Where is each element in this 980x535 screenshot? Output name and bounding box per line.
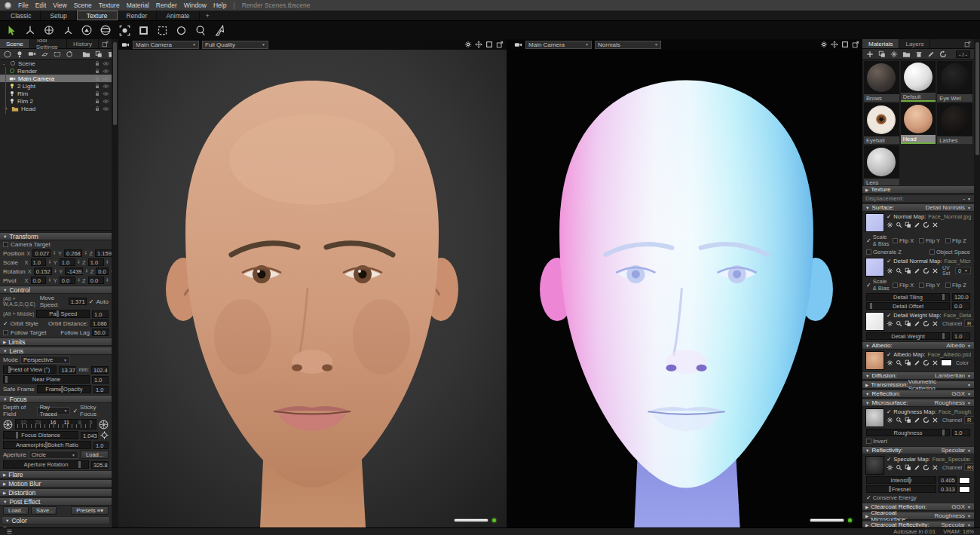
move-speed-field[interactable]: 1.371 [69,298,87,305]
viewport-quality-dropdown[interactable]: Full Quality▼ [202,41,268,49]
distortion-header[interactable]: ▶Distortion [0,488,112,497]
menu-texture[interactable]: Texture [99,2,120,9]
map-inspect-icon[interactable] [896,463,902,471]
spinner[interactable]: ▲▼ [78,260,80,265]
focus-pick-target-icon[interactable] [100,431,109,439]
focus-distance-slider[interactable]: Focus Distance [3,431,78,439]
conserve-energy-checkbox[interactable]: Conserve Energy [873,494,917,501]
map-edit-icon[interactable] [914,319,920,327]
add-light-icon[interactable] [16,50,23,58]
map-clone-icon[interactable] [905,359,911,366]
add-fog-icon[interactable] [54,50,61,58]
frame-opacity-slider[interactable]: Frame Opacity [37,385,91,393]
spinner[interactable]: ▲▼ [85,269,87,274]
tab-texture[interactable]: Texture [77,11,118,20]
detail-offset-slider[interactable]: Detail Offset [866,302,950,310]
intensity-slider[interactable]: Intensity [866,476,936,484]
tree-row-rim[interactable]: Rim [0,90,112,97]
detail-weight-thumbnail[interactable] [865,312,884,331]
viewport-move-icon[interactable] [475,41,482,49]
visibility-icon[interactable] [103,75,109,81]
tab-layers[interactable]: Layers [899,39,930,48]
intensity-color-swatch[interactable] [959,477,970,484]
map-edit-icon[interactable] [914,463,920,471]
tree-row-main-camera[interactable]: Main Camera [0,75,112,82]
detail-weight-slider[interactable]: Detail Weight [866,332,950,340]
intensity-field[interactable]: 0.405 [939,476,957,484]
material-lens[interactable]: Lens [864,145,899,186]
map-settings-icon[interactable] [887,221,893,228]
flip-x-checkbox[interactable]: Flip X [899,282,914,289]
map-reload-icon[interactable] [923,221,929,228]
fstop-scale[interactable]: 32 23 16 11 8 5 [15,419,96,430]
map-clone-icon[interactable] [905,416,911,423]
viewport-move-icon[interactable] [831,41,838,49]
detail-offset-field[interactable]: 0.0 [952,302,970,310]
pivot-y-field[interactable]: 0.0 [60,277,75,284]
spinner[interactable]: ▲▼ [106,260,109,265]
uv-set-dropdown[interactable]: 0▼ [955,267,971,274]
rotation-x-field[interactable]: 0.152 [34,268,52,275]
dashed-select-tool-icon[interactable] [155,23,169,37]
post-effect-header[interactable]: ▼Post Effect [0,497,112,506]
new-folder-icon[interactable] [82,50,90,58]
map-inspect-icon[interactable] [896,221,902,228]
tree-row-head[interactable]: + Head [0,105,112,112]
surface-header[interactable]: ▼Surface:Detail Normals▼ [862,203,974,212]
rotation-z-field[interactable]: 0.0 [96,268,108,275]
polygon-select-tool-icon[interactable] [212,23,225,37]
map-reload-icon[interactable] [923,359,929,366]
fov-slider[interactable]: Field of View (°) [3,365,57,374]
menu-file[interactable]: File [18,2,29,9]
panel-popout-icon[interactable] [961,39,974,48]
channel-dropdown[interactable]: R▼ [964,416,974,423]
pivot-z-field[interactable]: 0.0 [88,277,104,284]
clear-material-icon[interactable] [890,50,898,58]
viewport-maximize-icon[interactable] [841,41,849,49]
map-reload-icon[interactable] [923,319,929,327]
scale-bias-checkbox[interactable]: Scale & Bias [873,234,891,247]
aperture-load-button[interactable]: Load... [81,451,109,459]
viewport-mode-dropdown[interactable]: Normals▼ [595,41,661,49]
viewport-popout-icon[interactable] [852,41,859,49]
menu-window[interactable]: Window [184,2,207,9]
viewport-camera-dropdown[interactable]: Main Camera▼ [133,41,199,49]
pivot-translate-tool-icon[interactable] [80,23,93,37]
scene-panel-scrollbar[interactable] [112,39,118,527]
map-inspect-icon[interactable] [896,319,902,327]
tab-scene[interactable]: Scene [0,39,30,48]
spinner[interactable]: ▲▼ [48,260,51,265]
near-plane-slider[interactable]: Near Plane [3,375,90,384]
anamorphic-slider[interactable]: Anamorphic Bokeh Ratio [3,441,91,449]
detail-tiling-field[interactable]: 120.0 [952,293,970,301]
lock-icon[interactable] [94,83,100,90]
visibility-icon[interactable] [103,82,109,89]
circle-select-tool-icon[interactable] [174,23,188,37]
motion-blur-header[interactable]: ▶Motion Blur [0,479,112,488]
lens-header[interactable]: ▼Lens [0,347,112,355]
add-object-icon[interactable] [4,50,11,58]
flip-y-checkbox[interactable]: Flip Y [926,237,940,244]
map-edit-icon[interactable] [914,416,920,423]
position-y-field[interactable]: 0.268 [64,249,82,257]
map-inspect-icon[interactable] [896,359,902,366]
rect-select-tool-icon[interactable] [136,23,150,37]
color-header[interactable]: ▼Color [2,516,110,524]
fill-select-tool-icon[interactable] [118,23,131,37]
map-reload-icon[interactable] [923,416,929,423]
rendered-head-model[interactable] [118,39,507,527]
normals-head-model[interactable] [511,39,862,527]
lock-icon[interactable] [94,60,100,67]
limits-header[interactable]: ▶Limits [0,338,112,346]
add-shadow-catcher-icon[interactable] [41,50,49,58]
lens-mode-dropdown[interactable]: Perspective▼ [20,356,70,364]
viewport-popout-icon[interactable] [496,41,504,49]
fresnel-color-swatch[interactable] [959,486,970,493]
normal-map-thumbnail[interactable] [865,213,884,232]
albedo-thumbnail[interactable] [865,351,884,370]
map-remove-icon[interactable] [932,416,939,423]
spinner[interactable]: ▲▼ [78,278,80,283]
map-edit-icon[interactable] [914,359,920,366]
spinner[interactable]: ▲▼ [53,251,55,256]
material-folder-icon[interactable] [902,50,911,58]
